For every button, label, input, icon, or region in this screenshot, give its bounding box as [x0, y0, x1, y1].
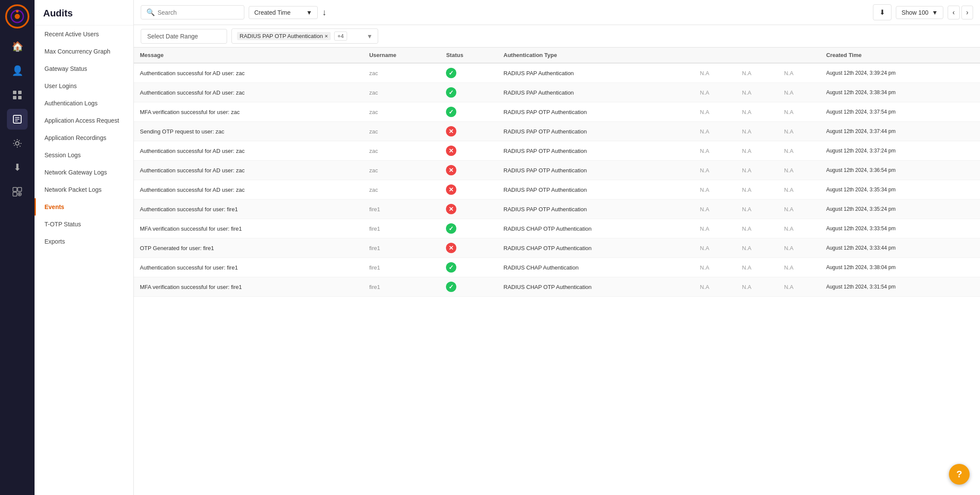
nav-users-icon[interactable]: 👤	[7, 60, 28, 81]
cell-c1: N.A	[694, 238, 736, 258]
table-row: Sending OTP request to user: zac zac ✕ R…	[134, 122, 980, 141]
cell-time: August 12th 2024, 3:38:34 pm	[820, 83, 980, 102]
help-button[interactable]: ?	[949, 464, 970, 485]
cell-username: zac	[363, 161, 440, 180]
sidebar-item-network-gateway-logs[interactable]: Network Gateway Logs	[35, 164, 133, 181]
cell-auth-type: RADIUS PAP OTP Authentication	[497, 200, 694, 219]
nav-home-icon[interactable]: 🏠	[7, 36, 28, 57]
search-box[interactable]: 🔍	[141, 5, 244, 19]
help-icon: ?	[956, 469, 962, 480]
sidebar-item-events[interactable]: Events	[35, 198, 133, 216]
status-icon: ✓	[446, 282, 456, 292]
cell-c2: N.A	[736, 180, 778, 200]
cell-c1: N.A	[694, 122, 736, 141]
col-c3	[778, 48, 820, 63]
table-row: MFA verification successful for user: fi…	[134, 277, 980, 297]
date-range-picker[interactable]: Select Date Range	[141, 29, 227, 44]
cell-username: fire1	[363, 277, 440, 297]
cell-time: August 12th 2024, 3:35:24 pm	[820, 200, 980, 219]
filter-bar: Select Date Range RADIUS PAP OTP Authent…	[134, 25, 980, 48]
cell-status: ✕	[440, 200, 497, 219]
cell-status: ✕	[440, 141, 497, 161]
filter-chevron-icon: ▼	[367, 33, 373, 40]
cell-auth-type: RADIUS PAP OTP Authentication	[497, 141, 694, 161]
events-table: Message Username Status Authentication T…	[134, 48, 980, 297]
svg-rect-15	[18, 187, 22, 191]
search-input[interactable]	[158, 9, 239, 16]
table-row: Authentication successful for AD user: z…	[134, 63, 980, 83]
cell-message: MFA verification successful for user: fi…	[134, 219, 363, 238]
sort-direction-button[interactable]: ↓	[322, 7, 326, 17]
cell-time: August 12th 2024, 3:33:44 pm	[820, 238, 980, 258]
cell-c1: N.A	[694, 161, 736, 180]
status-icon: ✕	[446, 243, 456, 253]
sidebar-item-session-logs[interactable]: Session Logs	[35, 146, 133, 164]
chevron-down-icon-show: ▼	[932, 9, 938, 16]
cell-c2: N.A	[736, 161, 778, 180]
cell-message: Authentication successful for user: fire…	[134, 258, 363, 277]
status-icon: ✓	[446, 87, 456, 98]
sidebar-item-application-recordings[interactable]: Application Recordings	[35, 129, 133, 146]
show-count-label: Show 100	[901, 9, 928, 16]
sidebar-item-t-otp-status[interactable]: T-OTP Status	[35, 216, 133, 233]
cell-c3: N.A	[778, 277, 820, 297]
cell-status: ✕	[440, 180, 497, 200]
cell-c2: N.A	[736, 277, 778, 297]
cell-username: zac	[363, 83, 440, 102]
filter-tag-close-icon[interactable]: ×	[325, 33, 328, 39]
cell-c3: N.A	[778, 180, 820, 200]
svg-point-13	[16, 142, 19, 145]
cell-c3: N.A	[778, 258, 820, 277]
nav-apps-icon[interactable]	[7, 181, 28, 202]
cell-status: ✓	[440, 83, 497, 102]
app-logo[interactable]	[5, 4, 29, 29]
cell-c3: N.A	[778, 238, 820, 258]
svg-point-3	[15, 14, 20, 19]
cell-message: Authentication successful for AD user: z…	[134, 63, 363, 83]
nav-settings-icon[interactable]	[7, 133, 28, 154]
svg-rect-7	[13, 96, 16, 99]
sidebar-item-gateway-status[interactable]: Gateway Status	[35, 60, 133, 77]
cell-username: zac	[363, 102, 440, 122]
nav-download-icon[interactable]: ⬇	[7, 157, 28, 178]
sidebar-item-recent-active-users[interactable]: Recent Active Users	[35, 25, 133, 43]
cell-c3: N.A	[778, 161, 820, 180]
download-button[interactable]: ⬇	[873, 4, 891, 20]
cell-status: ✓	[440, 258, 497, 277]
cell-username: fire1	[363, 258, 440, 277]
prev-page-button[interactable]: ‹	[948, 6, 959, 19]
status-icon: ✕	[446, 165, 456, 175]
cell-c1: N.A	[694, 83, 736, 102]
cell-message: Authentication successful for user: fire…	[134, 200, 363, 219]
sidebar-item-authentication-logs[interactable]: Authentication Logs	[35, 95, 133, 112]
sort-dropdown[interactable]: Created Time ▼	[249, 6, 318, 19]
cell-c2: N.A	[736, 63, 778, 83]
cell-c3: N.A	[778, 102, 820, 122]
cell-time: August 12th 2024, 3:31:54 pm	[820, 277, 980, 297]
cell-time: August 12th 2024, 3:36:54 pm	[820, 161, 980, 180]
cell-auth-type: RADIUS PAP OTP Authentication	[497, 102, 694, 122]
cell-message: OTP Generated for user: fire1	[134, 238, 363, 258]
cell-auth-type: RADIUS PAP Authentication	[497, 63, 694, 83]
cell-username: fire1	[363, 219, 440, 238]
sidebar-item-application-access-request[interactable]: Application Access Request	[35, 112, 133, 129]
sidebar-item-network-packet-logs[interactable]: Network Packet Logs	[35, 181, 133, 198]
show-count-dropdown[interactable]: Show 100 ▼	[896, 6, 943, 19]
cell-auth-type: RADIUS CHAP OTP Authentication	[497, 238, 694, 258]
filter-tag-box[interactable]: RADIUS PAP OTP Authentication × +4 ▼	[231, 29, 378, 44]
table-row: Authentication successful for AD user: z…	[134, 83, 980, 102]
filter-extra-count[interactable]: +4	[334, 32, 348, 41]
col-status: Status	[440, 48, 497, 63]
sidebar-item-user-logins[interactable]: User Logins	[35, 77, 133, 95]
next-page-button[interactable]: ›	[961, 6, 973, 19]
sidebar-item-exports[interactable]: Exports	[35, 233, 133, 250]
cell-c2: N.A	[736, 258, 778, 277]
cell-c2: N.A	[736, 200, 778, 219]
sidebar-item-max-concurrency-graph[interactable]: Max Concurrency Graph	[35, 43, 133, 60]
nav-grid-icon[interactable]	[7, 85, 28, 105]
nav-audit-icon[interactable]	[7, 109, 28, 130]
sort-label: Created Time	[254, 9, 291, 16]
cell-c1: N.A	[694, 219, 736, 238]
cell-auth-type: RADIUS PAP Authentication	[497, 83, 694, 102]
cell-auth-type: RADIUS CHAP OTP Authentication	[497, 219, 694, 238]
